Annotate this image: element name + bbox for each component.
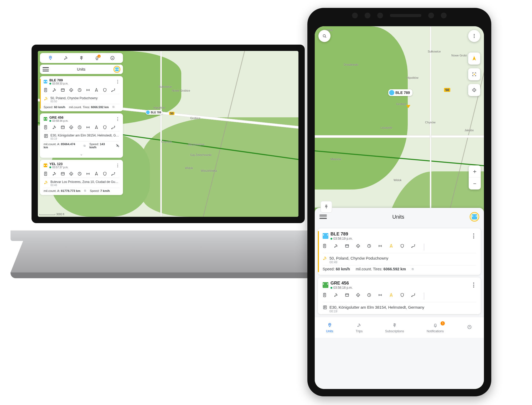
center-button[interactable]	[468, 84, 480, 96]
map-label: Widok	[394, 178, 402, 182]
unit-card[interactable]: BLE 789 03:58:19 p.m. ⋮ │ 50, Poland, Ch…	[318, 228, 481, 275]
unit-avatar-button[interactable]	[113, 66, 120, 73]
tab-trips-icon[interactable]	[63, 55, 69, 61]
heading-icon[interactable]	[94, 125, 99, 130]
svg-point-19	[88, 127, 88, 128]
shield-icon[interactable]	[102, 171, 107, 176]
svg-rect-4	[44, 88, 47, 92]
svg-rect-22	[44, 134, 48, 138]
navigate-icon[interactable]	[69, 171, 74, 176]
history-icon[interactable]	[367, 244, 371, 250]
map-label: Lasopole	[380, 126, 392, 129]
more-icon[interactable]: ⋮	[116, 79, 120, 84]
route-icon[interactable]	[111, 88, 116, 92]
tab-units-icon[interactable]	[48, 55, 53, 61]
trips-icon[interactable]	[334, 293, 338, 299]
link-icon[interactable]: ⧉	[412, 267, 414, 271]
nav-tab-trips[interactable]: Trips	[356, 322, 363, 333]
zoom-control[interactable]: ＋－	[469, 165, 481, 190]
signal-icon[interactable]	[378, 244, 383, 250]
unit-card[interactable]: BLE 789 03:58:33 p.m. ⋮ 50, Poland, Chyn…	[40, 76, 123, 111]
map-unit-pin[interactable]: BLE 789	[146, 110, 163, 115]
sheet-title: Units	[392, 214, 404, 220]
trips-icon[interactable]	[52, 88, 57, 92]
link-icon[interactable]: ⧉	[84, 189, 86, 192]
pin-sheet-button[interactable]	[321, 201, 332, 213]
geozone-icon[interactable]	[60, 171, 65, 176]
search-button[interactable]	[318, 30, 330, 42]
shield-icon[interactable]	[400, 244, 405, 250]
expand-icon[interactable]: ⌄	[40, 151, 123, 158]
more-icon[interactable]: ⋮	[116, 117, 120, 122]
report-icon[interactable]	[44, 125, 48, 130]
signal-icon[interactable]	[86, 125, 90, 130]
zoom-in-button[interactable]: ＋	[469, 165, 481, 177]
shield-icon[interactable]	[102, 125, 107, 130]
geozone-icon[interactable]	[345, 244, 349, 250]
menu-icon[interactable]	[43, 67, 49, 71]
nav-tab-units[interactable]: Units	[326, 322, 333, 333]
report-icon[interactable]	[44, 88, 48, 92]
report-icon[interactable]	[44, 171, 48, 176]
more-icon[interactable]: ⋮	[471, 282, 477, 288]
signal-icon[interactable]	[378, 293, 383, 299]
route-icon[interactable]	[111, 125, 116, 130]
car-icon	[323, 282, 328, 288]
svg-point-35	[474, 35, 474, 36]
heading-icon[interactable]	[94, 171, 99, 176]
unit-card[interactable]: YEL 123 03:57:37 p.m. ⋮ Bulevar Los Próc…	[40, 160, 123, 195]
trips-icon[interactable]	[52, 125, 57, 130]
heading-icon[interactable]	[389, 244, 394, 250]
history-icon[interactable]	[77, 88, 82, 92]
compass-button[interactable]	[468, 52, 480, 65]
unit-card[interactable]: GRE 456 03:58:18 p.m. ⋮ │ E30, Königslut…	[318, 277, 481, 314]
map-unit-pin[interactable]: BLE 789	[388, 89, 412, 96]
tab-subscriptions-icon[interactable]	[79, 55, 84, 61]
history-icon[interactable]	[77, 171, 82, 176]
overflow-button[interactable]	[468, 30, 480, 42]
navigate-icon[interactable]	[69, 88, 74, 92]
signal-icon[interactable]	[86, 88, 90, 92]
route-shield: 50	[444, 88, 450, 92]
history-icon[interactable]	[367, 293, 371, 299]
trips-icon[interactable]	[334, 244, 338, 250]
menu-icon[interactable]	[319, 215, 327, 219]
zoom-out-button[interactable]: －	[469, 177, 481, 190]
geozone-icon[interactable]	[60, 125, 65, 130]
nav-tab-more[interactable]	[466, 324, 473, 331]
heading-icon[interactable]	[389, 293, 394, 299]
svg-point-16	[54, 126, 55, 126]
shield-icon[interactable]	[400, 293, 405, 299]
shield-icon[interactable]	[102, 88, 107, 92]
route-icon[interactable]	[111, 171, 116, 176]
unit-card[interactable]: GRE 456 03:58:34 p.m. ⋮ E30, Königslutte…	[40, 113, 123, 158]
navigate-icon[interactable]	[356, 244, 360, 250]
link-icon[interactable]: ⧉	[84, 144, 86, 148]
nav-tab-subscriptions[interactable]: Subscriptions	[385, 322, 404, 333]
heading-icon[interactable]	[94, 88, 99, 92]
more-icon[interactable]: ⋮	[471, 233, 477, 239]
link-icon[interactable]: ⧉	[112, 105, 115, 109]
svg-point-2	[66, 56, 66, 57]
navigate-icon[interactable]	[356, 293, 360, 299]
route-icon[interactable]	[411, 293, 416, 299]
tab-more-icon[interactable]	[110, 55, 115, 61]
signal-icon[interactable]	[86, 171, 90, 176]
map-label: Nowe Grobice	[172, 89, 190, 92]
nav-tab-notifications[interactable]: 1Notifications	[427, 322, 444, 333]
unit-time: 03:57:37 p.m.	[49, 166, 113, 169]
trips-icon[interactable]	[52, 171, 57, 176]
report-icon[interactable]	[323, 293, 327, 299]
divider-icon: │	[422, 293, 427, 299]
navigate-icon[interactable]	[69, 125, 74, 130]
route-icon[interactable]	[411, 244, 416, 250]
locate-button[interactable]	[468, 68, 480, 80]
geozone-icon[interactable]	[345, 293, 349, 299]
geozone-icon[interactable]	[60, 88, 65, 92]
more-icon[interactable]: ⋮	[116, 163, 120, 168]
report-icon[interactable]	[323, 244, 327, 250]
unit-address: E30, Königslutter am Elm 38154, Helmsted…	[50, 134, 119, 137]
unit-avatar-button[interactable]	[470, 212, 479, 222]
history-icon[interactable]	[77, 125, 82, 130]
tab-notifications-icon[interactable]: 1	[94, 55, 100, 61]
